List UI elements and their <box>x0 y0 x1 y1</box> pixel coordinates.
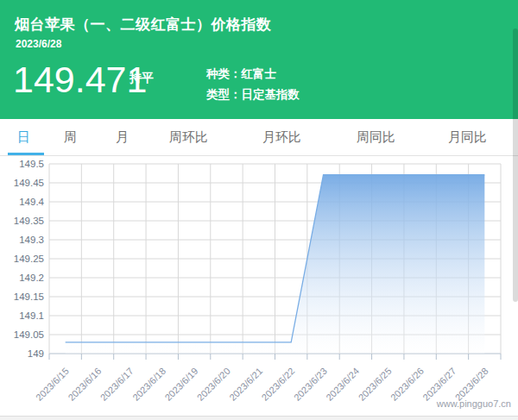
y-axis-label: 149.45 <box>14 178 44 188</box>
tab-label: 月 <box>116 129 129 146</box>
y-axis-label: 149 <box>28 348 44 359</box>
y-axis-label: 149.4 <box>19 197 44 207</box>
x-axis-label: 2023/6/15 <box>34 366 71 403</box>
bottom-divider <box>0 416 518 420</box>
y-axis-label: 149.1 <box>19 310 44 321</box>
tab-month-year-on-year[interactable]: 月同比 <box>448 119 487 155</box>
y-axis-label: 149.25 <box>14 254 44 264</box>
tab-month[interactable]: 月 <box>116 119 129 155</box>
y-axis-label: 149.2 <box>19 273 44 283</box>
x-axis-label: 2023/6/19 <box>162 366 199 403</box>
x-axis-label: 2023/6/22 <box>260 366 297 403</box>
x-axis-label: 2023/6/20 <box>195 366 232 403</box>
header: 烟台苹果（一、二级红富士）价格指数 2023/6/28 149.471 持平 种… <box>0 0 518 119</box>
price-area-chart: 149.5149.45149.4149.35149.3149.25149.214… <box>0 156 518 420</box>
tab-week[interactable]: 周 <box>64 119 77 155</box>
tab-label: 日 <box>17 129 30 146</box>
tab-label: 月环比 <box>262 129 301 146</box>
x-axis-label: 2023/6/23 <box>292 366 329 403</box>
watermark: www.pingguo7.cn <box>436 398 511 409</box>
header-date: 2023/6/28 <box>16 38 61 50</box>
kind-label: 种类：红富士 <box>206 64 300 85</box>
price-index-widget: 烟台苹果（一、二级红富士）价格指数 2023/6/28 149.471 持平 种… <box>0 0 518 420</box>
x-axis-label: 2023/6/18 <box>130 366 167 403</box>
index-value: 149.471 <box>13 59 147 101</box>
x-axis-label: 2023/6/26 <box>388 366 426 403</box>
chart-svg: 149.5149.45149.4149.35149.3149.25149.214… <box>0 156 518 420</box>
y-axis-label: 149.15 <box>14 291 44 302</box>
x-axis-label: 2023/6/21 <box>227 366 264 403</box>
page-title: 烟台苹果（一、二级红富士）价格指数 <box>15 15 272 34</box>
x-axis-label: 2023/6/25 <box>357 366 394 403</box>
tab-label: 周环比 <box>169 129 208 146</box>
x-axis-label: 2023/6/27 <box>420 366 458 403</box>
y-axis-label: 149.3 <box>19 235 44 245</box>
tab-week-year-on-year[interactable]: 周同比 <box>357 119 395 155</box>
y-axis-label: 149.5 <box>19 159 44 169</box>
tab-label: 月同比 <box>448 129 487 146</box>
y-axis-label: 149.05 <box>14 329 44 340</box>
tab-day[interactable]: 日 <box>17 119 30 155</box>
period-tab-bar: 日 周 月 周环比 月环比 周同比 月同比 <box>0 119 518 156</box>
vertical-scrollbar-thumb[interactable] <box>513 28 518 302</box>
tab-week-on-week[interactable]: 周环比 <box>169 119 208 155</box>
trend-badge: 持平 <box>130 71 154 86</box>
x-axis-label: 2023/6/28 <box>453 366 490 403</box>
index-meta: 种类：红富士 类型：日定基指数 <box>206 64 300 105</box>
x-axis-label: 2023/6/16 <box>66 366 103 403</box>
y-axis-label: 149.35 <box>14 216 44 226</box>
tab-label: 周同比 <box>357 129 395 146</box>
tab-label: 周 <box>64 129 77 146</box>
tab-month-on-month[interactable]: 月环比 <box>262 119 301 155</box>
type-label: 类型：日定基指数 <box>206 85 300 105</box>
x-axis-label: 2023/6/24 <box>324 366 361 403</box>
active-tab-underline <box>8 153 44 155</box>
x-axis-label: 2023/6/17 <box>98 366 136 403</box>
